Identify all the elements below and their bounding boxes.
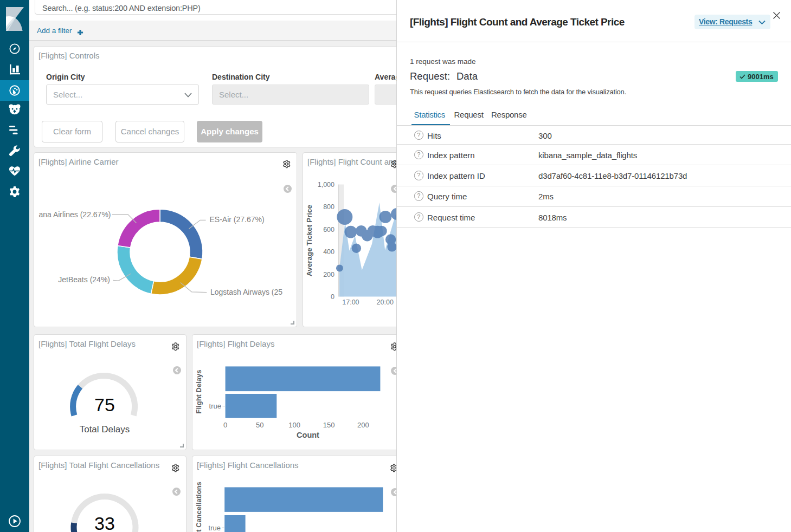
svg-text:0: 0 <box>223 421 227 429</box>
svg-text:33: 33 <box>94 513 115 532</box>
svg-text:200: 200 <box>323 271 335 278</box>
svg-text:Flight Delays: Flight Delays <box>195 370 203 414</box>
svg-text:200: 200 <box>357 421 369 429</box>
svg-text:400: 400 <box>323 248 335 256</box>
svg-text:Total Delays: Total Delays <box>80 424 130 434</box>
svg-text:1,000: 1,000 <box>318 181 335 189</box>
svg-text:100: 100 <box>288 421 300 429</box>
svg-text:Count: Count <box>297 431 319 439</box>
svg-text:50: 50 <box>256 421 263 429</box>
svg-text:ES-Air (27.67%): ES-Air (27.67%) <box>210 215 265 224</box>
svg-text:Flight Cancellations: Flight Cancellations <box>195 482 203 532</box>
svg-text:75: 75 <box>94 394 115 415</box>
svg-text:17:00: 17:00 <box>342 299 359 306</box>
svg-text:0: 0 <box>331 293 335 301</box>
svg-text:800: 800 <box>323 203 335 211</box>
svg-text:true: true <box>209 524 221 532</box>
svg-text:600: 600 <box>323 226 335 233</box>
svg-text:Logstash Airways (25: Logstash Airways (25 <box>210 288 282 296</box>
svg-text:JetBeats (24%): JetBeats (24%) <box>58 275 110 284</box>
svg-text:150: 150 <box>323 421 335 429</box>
svg-text:20:00: 20:00 <box>377 299 394 306</box>
svg-text:true: true <box>209 402 221 410</box>
svg-text:ana Airlines (22.67%): ana Airlines (22.67%) <box>38 210 111 219</box>
svg-text:Average Ticket Price: Average Ticket Price <box>305 204 313 276</box>
